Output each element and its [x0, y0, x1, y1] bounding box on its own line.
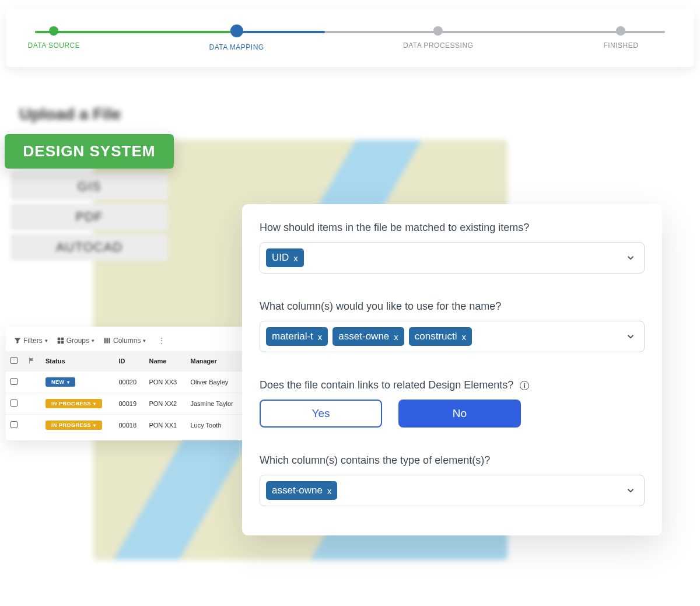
upload-option-pdf[interactable]: PDF: [10, 204, 168, 230]
columns-icon: [104, 337, 111, 344]
row-flag[interactable]: [23, 415, 41, 436]
info-icon[interactable]: i: [520, 381, 529, 390]
step-data-processing[interactable]: DATA PROCESSING: [403, 26, 473, 50]
row-id: 00018: [114, 415, 145, 436]
tag-constructi: constructi x: [409, 327, 472, 346]
step-data-source[interactable]: DATA SOURCE: [28, 26, 80, 50]
step-label: DATA MAPPING: [209, 43, 264, 51]
row-manager: Oliver Bayley: [186, 372, 244, 393]
svg-rect-6: [108, 338, 110, 344]
step-dot-icon: [433, 26, 443, 36]
columns-label: Columns: [113, 337, 141, 345]
remove-tag-icon[interactable]: x: [394, 332, 398, 342]
step-dot-icon: [616, 26, 625, 36]
upload-option-autocad[interactable]: AUTOCAD: [10, 234, 168, 261]
chevron-down-icon: [625, 331, 636, 342]
form-label: Does the file contain links to related D…: [260, 379, 645, 391]
row-status[interactable]: NEW▾: [41, 372, 114, 393]
form-label-text: Does the file contain links to related D…: [260, 379, 513, 391]
step-label: FINISHED: [603, 41, 638, 50]
row-id: 00019: [114, 393, 145, 415]
tag-asset-owne: asset-owne x: [266, 481, 337, 500]
header-id[interactable]: ID: [114, 351, 145, 372]
progress-stepper: DATA SOURCE DATA MAPPING DATA PROCESSING…: [6, 9, 694, 67]
upload-panel-title: Upload a File: [19, 105, 159, 124]
form-group-type-columns: Which column(s) contains the type of ele…: [260, 454, 645, 506]
svg-rect-1: [61, 338, 64, 341]
tag-label: asset-owne: [272, 485, 323, 496]
svg-rect-5: [107, 338, 108, 344]
type-columns-select[interactable]: asset-owne x: [260, 475, 645, 506]
step-finished[interactable]: FINISHED: [603, 26, 638, 50]
match-items-select[interactable]: UID x: [260, 242, 645, 274]
tag-asset-owne: asset-owne x: [332, 327, 404, 346]
header-flag[interactable]: [23, 351, 41, 372]
chevron-down-icon: [625, 485, 636, 496]
header-manager[interactable]: Manager: [186, 351, 244, 372]
upload-option-gis[interactable]: GIS: [10, 173, 168, 200]
row-checkbox[interactable]: [6, 372, 23, 393]
step-data-mapping[interactable]: DATA MAPPING: [209, 26, 264, 51]
form-group-match-items: How should items in the file be matched …: [260, 222, 645, 274]
header-checkbox[interactable]: [6, 351, 23, 372]
chevron-down-icon: ▾: [143, 338, 146, 344]
kebab-menu-icon[interactable]: ⋮: [155, 336, 168, 345]
upload-file-panel: Upload a File DESIGN SYSTEM GIS PDF AUTO…: [10, 99, 168, 264]
row-id: 00020: [114, 372, 145, 393]
funnel-icon: [14, 337, 21, 344]
row-flag[interactable]: [23, 372, 41, 393]
table-row[interactable]: IN PROGRESS▾00019PON XX2Jasmine Taylor: [6, 393, 244, 415]
yes-button[interactable]: Yes: [260, 400, 382, 428]
header-status[interactable]: Status: [41, 351, 114, 372]
step-dot-icon: [49, 26, 58, 36]
remove-tag-icon[interactable]: x: [318, 332, 323, 342]
table-toolbar: Filters ▾ Groups ▾ Columns ▾ ⋮: [6, 334, 244, 351]
svg-rect-3: [61, 341, 64, 344]
row-manager: Lucy Tooth: [186, 415, 244, 436]
step-label: DATA PROCESSING: [403, 41, 473, 50]
chevron-down-icon: ▾: [92, 338, 94, 344]
tag-label: asset-owne: [338, 331, 389, 342]
row-name: PON XX2: [144, 393, 186, 415]
chevron-down-icon: [625, 253, 636, 263]
tag-label: UID: [272, 252, 289, 264]
filters-label: Filters: [23, 337, 43, 345]
tag-uid: UID x: [266, 248, 304, 267]
row-status[interactable]: IN PROGRESS▾: [41, 393, 114, 415]
row-manager: Jasmine Taylor: [186, 393, 244, 415]
row-flag[interactable]: [23, 393, 41, 415]
name-columns-select[interactable]: material-t x asset-owne x constructi x: [260, 321, 645, 352]
groups-label: Groups: [66, 337, 89, 345]
row-status[interactable]: IN PROGRESS▾: [41, 415, 114, 436]
row-name: PON XX1: [144, 415, 186, 436]
no-button[interactable]: No: [398, 400, 521, 428]
step-dot-icon: [230, 24, 243, 37]
svg-rect-0: [57, 338, 60, 341]
chevron-down-icon: ▾: [45, 338, 48, 344]
remove-tag-icon[interactable]: x: [327, 486, 332, 496]
svg-rect-2: [57, 341, 60, 344]
table-row[interactable]: NEW▾00020PON XX3Oliver Bayley: [6, 372, 244, 393]
groups-button[interactable]: Groups ▾: [57, 337, 94, 345]
row-name: PON XX3: [144, 372, 186, 393]
tag-material-t: material-t x: [266, 327, 328, 346]
flag-icon: [28, 357, 35, 364]
upload-option-design-system[interactable]: DESIGN SYSTEM: [5, 134, 174, 169]
data-grid: Status ID Name Manager NEW▾00020PON XX3O…: [6, 351, 244, 436]
form-label: What column(s) would you like to use for…: [260, 300, 645, 313]
columns-button[interactable]: Columns ▾: [104, 337, 146, 345]
remove-tag-icon[interactable]: x: [462, 332, 467, 342]
data-mapping-form: How should items in the file be matched …: [242, 204, 662, 535]
data-table-panel: Filters ▾ Groups ▾ Columns ▾ ⋮ Status ID…: [6, 327, 244, 440]
row-checkbox[interactable]: [6, 415, 23, 436]
table-row[interactable]: IN PROGRESS▾00018PON XX1Lucy Tooth: [6, 415, 244, 436]
row-checkbox[interactable]: [6, 393, 23, 415]
remove-tag-icon[interactable]: x: [293, 253, 298, 263]
filters-button[interactable]: Filters ▾: [14, 337, 48, 345]
form-group-related-links: Does the file contain links to related D…: [260, 379, 645, 428]
header-name[interactable]: Name: [144, 351, 186, 372]
table-header-row: Status ID Name Manager: [6, 351, 244, 372]
form-group-name-columns: What column(s) would you like to use for…: [260, 300, 645, 352]
tag-label: constructi: [415, 331, 457, 342]
form-label: How should items in the file be matched …: [260, 222, 645, 234]
